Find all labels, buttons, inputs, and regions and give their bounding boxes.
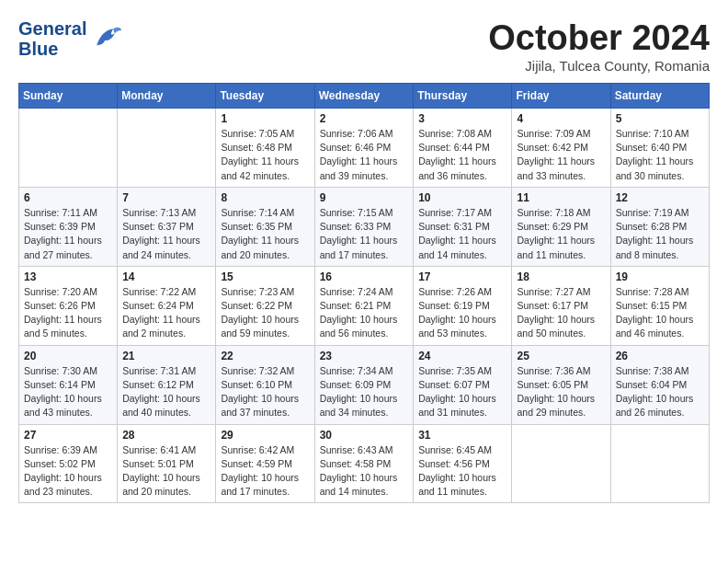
day-info: Sunrise: 7:23 AM Sunset: 6:22 PM Dayligh… <box>221 285 309 341</box>
day-of-week-header: Wednesday <box>314 84 414 109</box>
day-info: Sunrise: 7:17 AM Sunset: 6:31 PM Dayligh… <box>418 206 506 262</box>
day-number: 24 <box>418 350 506 362</box>
day-number: 25 <box>517 350 605 362</box>
calendar-day-cell: 1Sunrise: 7:05 AM Sunset: 6:48 PM Daylig… <box>216 109 314 188</box>
day-info: Sunrise: 7:22 AM Sunset: 6:24 PM Dayligh… <box>122 285 210 341</box>
calendar-header-row: SundayMondayTuesdayWednesdayThursdayFrid… <box>19 84 710 109</box>
day-number: 17 <box>418 270 506 283</box>
day-info: Sunrise: 7:32 AM Sunset: 6:10 PM Dayligh… <box>221 364 309 420</box>
day-number: 21 <box>122 350 210 362</box>
day-info: Sunrise: 6:41 AM Sunset: 5:01 PM Dayligh… <box>122 443 210 500</box>
calendar-week-row: 1Sunrise: 7:05 AM Sunset: 6:48 PM Daylig… <box>19 109 710 188</box>
day-info: Sunrise: 7:35 AM Sunset: 6:07 PM Dayligh… <box>418 364 506 420</box>
day-info: Sunrise: 7:36 AM Sunset: 6:05 PM Dayligh… <box>517 364 605 420</box>
day-info: Sunrise: 7:24 AM Sunset: 6:21 PM Dayligh… <box>320 285 409 341</box>
location-subtitle: Jijila, Tulcea County, Romania <box>488 58 710 74</box>
calendar-day-cell: 22Sunrise: 7:32 AM Sunset: 6:10 PM Dayli… <box>216 345 314 424</box>
calendar-day-cell: 12Sunrise: 7:19 AM Sunset: 6:28 PM Dayli… <box>610 187 709 266</box>
day-number: 13 <box>24 270 112 283</box>
day-info: Sunrise: 7:05 AM Sunset: 6:48 PM Dayligh… <box>221 127 309 183</box>
day-info: Sunrise: 7:31 AM Sunset: 6:12 PM Dayligh… <box>122 364 210 420</box>
calendar-day-cell: 10Sunrise: 7:17 AM Sunset: 6:31 PM Dayli… <box>414 187 512 266</box>
day-number: 26 <box>616 350 704 362</box>
day-info: Sunrise: 7:10 AM Sunset: 6:40 PM Dayligh… <box>616 127 704 183</box>
calendar-day-cell: 13Sunrise: 7:20 AM Sunset: 6:26 PM Dayli… <box>19 266 118 345</box>
day-info: Sunrise: 7:27 AM Sunset: 6:17 PM Dayligh… <box>517 285 605 341</box>
calendar-day-cell: 11Sunrise: 7:18 AM Sunset: 6:29 PM Dayli… <box>512 187 610 266</box>
day-info: Sunrise: 6:45 AM Sunset: 4:56 PM Dayligh… <box>418 443 506 500</box>
day-number: 12 <box>616 191 704 204</box>
calendar-day-cell <box>118 109 216 188</box>
day-info: Sunrise: 7:15 AM Sunset: 6:33 PM Dayligh… <box>320 206 409 262</box>
day-number: 15 <box>221 270 309 283</box>
day-info: Sunrise: 7:26 AM Sunset: 6:19 PM Dayligh… <box>418 285 506 341</box>
day-of-week-header: Monday <box>118 84 216 109</box>
day-info: Sunrise: 7:14 AM Sunset: 6:35 PM Dayligh… <box>221 206 309 262</box>
day-number: 4 <box>517 112 605 125</box>
calendar-day-cell: 4Sunrise: 7:09 AM Sunset: 6:42 PM Daylig… <box>512 109 610 188</box>
calendar-week-row: 20Sunrise: 7:30 AM Sunset: 6:14 PM Dayli… <box>19 345 710 424</box>
calendar-table: SundayMondayTuesdayWednesdayThursdayFrid… <box>18 83 710 503</box>
day-of-week-header: Saturday <box>610 84 709 109</box>
day-info: Sunrise: 7:19 AM Sunset: 6:28 PM Dayligh… <box>616 206 704 262</box>
calendar-day-cell: 8Sunrise: 7:14 AM Sunset: 6:35 PM Daylig… <box>216 187 314 266</box>
calendar-day-cell <box>610 424 709 503</box>
logo-line2: Blue <box>18 39 86 59</box>
day-number: 27 <box>24 429 112 442</box>
day-number: 19 <box>616 270 704 283</box>
page-header: General Blue October 2024 Jijila, Tulcea… <box>18 18 710 74</box>
calendar-day-cell: 16Sunrise: 7:24 AM Sunset: 6:21 PM Dayli… <box>314 266 414 345</box>
day-number: 18 <box>517 270 605 283</box>
calendar-day-cell: 24Sunrise: 7:35 AM Sunset: 6:07 PM Dayli… <box>414 345 512 424</box>
day-info: Sunrise: 7:13 AM Sunset: 6:37 PM Dayligh… <box>122 206 210 262</box>
day-number: 23 <box>320 350 409 362</box>
day-of-week-header: Sunday <box>19 84 118 109</box>
day-number: 22 <box>221 350 309 362</box>
day-number: 31 <box>418 429 506 442</box>
calendar-day-cell <box>19 109 118 188</box>
day-number: 29 <box>221 429 309 442</box>
day-number: 7 <box>122 191 210 204</box>
day-info: Sunrise: 7:34 AM Sunset: 6:09 PM Dayligh… <box>320 364 409 420</box>
logo-line1: General <box>18 18 86 39</box>
day-info: Sunrise: 7:38 AM Sunset: 6:04 PM Dayligh… <box>616 364 704 420</box>
calendar-day-cell: 21Sunrise: 7:31 AM Sunset: 6:12 PM Dayli… <box>118 345 216 424</box>
calendar-day-cell: 19Sunrise: 7:28 AM Sunset: 6:15 PM Dayli… <box>610 266 709 345</box>
calendar-day-cell <box>512 424 610 503</box>
calendar-day-cell: 14Sunrise: 7:22 AM Sunset: 6:24 PM Dayli… <box>118 266 216 345</box>
calendar-day-cell: 27Sunrise: 6:39 AM Sunset: 5:02 PM Dayli… <box>19 424 118 503</box>
day-info: Sunrise: 7:28 AM Sunset: 6:15 PM Dayligh… <box>616 285 704 341</box>
day-info: Sunrise: 7:30 AM Sunset: 6:14 PM Dayligh… <box>24 364 112 420</box>
day-number: 5 <box>616 112 704 125</box>
day-number: 14 <box>122 270 210 283</box>
day-number: 28 <box>122 429 210 442</box>
month-title: October 2024 <box>488 18 710 58</box>
calendar-day-cell: 28Sunrise: 6:41 AM Sunset: 5:01 PM Dayli… <box>118 424 216 503</box>
calendar-day-cell: 2Sunrise: 7:06 AM Sunset: 6:46 PM Daylig… <box>314 109 414 188</box>
calendar-week-row: 13Sunrise: 7:20 AM Sunset: 6:26 PM Dayli… <box>19 266 710 345</box>
calendar-day-cell: 18Sunrise: 7:27 AM Sunset: 6:17 PM Dayli… <box>512 266 610 345</box>
logo: General Blue <box>18 18 123 59</box>
calendar-day-cell: 26Sunrise: 7:38 AM Sunset: 6:04 PM Dayli… <box>610 345 709 424</box>
day-info: Sunrise: 7:08 AM Sunset: 6:44 PM Dayligh… <box>418 127 506 183</box>
calendar-day-cell: 7Sunrise: 7:13 AM Sunset: 6:37 PM Daylig… <box>118 187 216 266</box>
day-of-week-header: Thursday <box>414 84 512 109</box>
day-info: Sunrise: 7:20 AM Sunset: 6:26 PM Dayligh… <box>24 285 112 341</box>
day-of-week-header: Friday <box>512 84 610 109</box>
day-number: 30 <box>320 429 409 442</box>
title-block: October 2024 Jijila, Tulcea County, Roma… <box>488 18 710 74</box>
calendar-day-cell: 23Sunrise: 7:34 AM Sunset: 6:09 PM Dayli… <box>314 345 414 424</box>
day-info: Sunrise: 6:43 AM Sunset: 4:58 PM Dayligh… <box>320 443 409 500</box>
day-number: 2 <box>320 112 409 125</box>
day-info: Sunrise: 7:09 AM Sunset: 6:42 PM Dayligh… <box>517 127 605 183</box>
logo-bird-icon <box>90 22 123 55</box>
day-number: 11 <box>517 191 605 204</box>
calendar-day-cell: 30Sunrise: 6:43 AM Sunset: 4:58 PM Dayli… <box>314 424 414 503</box>
calendar-day-cell: 3Sunrise: 7:08 AM Sunset: 6:44 PM Daylig… <box>414 109 512 188</box>
calendar-day-cell: 20Sunrise: 7:30 AM Sunset: 6:14 PM Dayli… <box>19 345 118 424</box>
day-number: 3 <box>418 112 506 125</box>
day-info: Sunrise: 6:42 AM Sunset: 4:59 PM Dayligh… <box>221 443 309 500</box>
day-info: Sunrise: 7:11 AM Sunset: 6:39 PM Dayligh… <box>24 206 112 262</box>
calendar-week-row: 6Sunrise: 7:11 AM Sunset: 6:39 PM Daylig… <box>19 187 710 266</box>
calendar-day-cell: 29Sunrise: 6:42 AM Sunset: 4:59 PM Dayli… <box>216 424 314 503</box>
